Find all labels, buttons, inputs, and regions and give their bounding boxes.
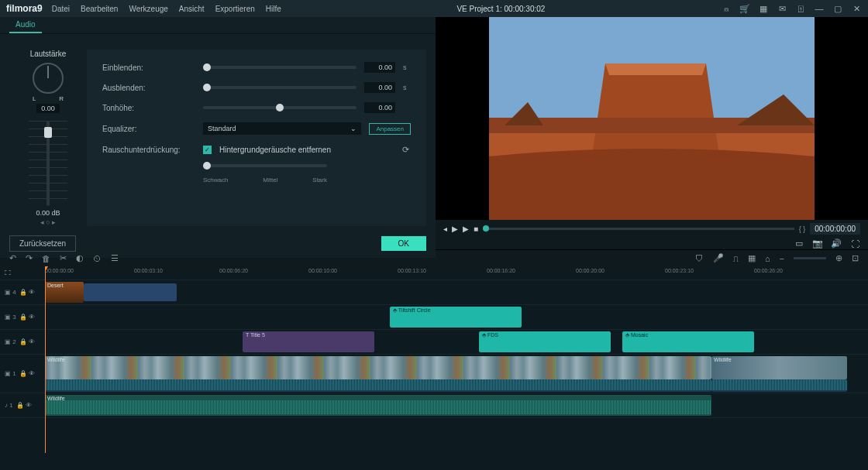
adjust-icon[interactable]: ☰ (111, 253, 119, 263)
track-header-a1[interactable]: ♪ 1 🔒 👁 (0, 393, 45, 418)
preview-panel: ◂ ▶ ▶ ■ { } 00:00:00:00 ▭ 📷 🔊 ⛶ (436, 17, 868, 249)
fadein-value[interactable]: 0.00 (364, 62, 395, 73)
close-icon[interactable]: ✕ (851, 3, 862, 14)
clip-tiltshift[interactable]: ⬘ Tiltshift Circle (390, 307, 522, 328)
preview-viewport (436, 17, 868, 220)
clip-wildlife-video[interactable]: Wildlife (45, 356, 711, 379)
zoom-fit-icon[interactable]: ⊡ (852, 253, 859, 263)
time-display: 00:00:00:00 (810, 223, 860, 235)
track-3[interactable]: ⬘ Tiltshift Circle (45, 305, 868, 330)
menu-help[interactable]: Hilfe (266, 5, 281, 13)
project-title: VE Project 1: 00:00:30:02 (456, 5, 545, 13)
snap-icon[interactable]: ⌂ (765, 254, 770, 263)
fadein-label: Einblenden: (102, 63, 195, 72)
delete-icon[interactable]: 🗑 (42, 254, 50, 263)
fit-button[interactable]: ⛶ (0, 266, 45, 280)
cart-icon[interactable]: 🛒 (739, 3, 750, 14)
reset-button[interactable]: Zurücksetzen (9, 235, 76, 252)
zoom-in-icon[interactable]: ⊕ (835, 253, 842, 263)
zoom-out-icon[interactable]: − (780, 254, 784, 263)
cut-icon[interactable]: ✂ (60, 253, 67, 263)
denoise-label: Rauschunterdrückung: (102, 146, 195, 154)
track-2[interactable]: T Title 5 ⬘ FDS ⬘ Mosaic (45, 330, 868, 355)
balance-value: 0.00 (36, 104, 60, 113)
menu-export[interactable]: Exportieren (215, 5, 255, 13)
prev-button[interactable]: ◂ (443, 225, 447, 233)
fadeout-value[interactable]: 0.00 (364, 82, 395, 93)
pitch-label: Tonhöhe: (102, 104, 195, 112)
menu-view[interactable]: Ansicht (179, 5, 205, 13)
pitch-value[interactable]: 0.00 (364, 102, 395, 113)
tab-audio[interactable]: Audio (9, 17, 42, 33)
clip-video2-audio[interactable] (711, 379, 847, 392)
user-icon[interactable]: ⍝ (721, 3, 732, 14)
track-header-4[interactable]: ▣ 4 🔒 👁 (0, 280, 45, 305)
scrubber[interactable] (483, 228, 794, 230)
audio-editor-panel: Audio Lautstärke LR 0.00 0.00 dB ◂ ○ ▸ E… (0, 17, 436, 249)
player-controls: ◂ ▶ ▶ ■ { } 00:00:00:00 (436, 220, 868, 238)
menu-tools[interactable]: Werkzeuge (129, 5, 167, 13)
time-ruler[interactable]: 00:00:00:00 00:00:03:10 00:00:06:20 00:0… (45, 266, 868, 280)
topbar: filmora9 Datei Bearbeiten Werkzeuge Ansi… (0, 0, 868, 17)
playhead[interactable] (45, 266, 46, 453)
volume-slider[interactable] (29, 121, 67, 206)
clip-desert[interactable]: Desert (45, 282, 84, 303)
snapshot-icon[interactable]: ▭ (794, 238, 804, 249)
refresh-icon[interactable]: ⟳ (400, 144, 411, 155)
project-icon[interactable]: ▦ (758, 3, 769, 14)
track-4[interactable]: Desert (45, 280, 868, 305)
stop-button[interactable]: ■ (474, 225, 478, 233)
clip-fds[interactable]: ⬘ FDS (479, 331, 611, 352)
fullscreen-icon[interactable]: ⛶ (849, 238, 860, 249)
track-header-1[interactable]: ▣ 1 🔒 👁 (0, 355, 45, 393)
denoise-slider[interactable] (203, 164, 327, 167)
zoom-slider[interactable] (794, 257, 826, 259)
fadeout-slider[interactable] (203, 86, 356, 89)
denoise-checkbox[interactable]: ✓ (203, 146, 212, 154)
clip-title5[interactable]: T Title 5 (243, 331, 374, 352)
minimize-icon[interactable]: — (814, 3, 825, 14)
pitch-slider[interactable] (203, 106, 356, 109)
volume-icon[interactable]: 🔊 (831, 238, 842, 249)
track-audio-1[interactable]: Wildlife (45, 393, 868, 418)
clip-color[interactable] (84, 283, 177, 301)
main-menu: Datei Bearbeiten Werkzeuge Ansicht Expor… (52, 5, 281, 13)
speed-icon[interactable]: ⏲ (93, 254, 102, 263)
message-icon[interactable]: ✉ (777, 3, 787, 14)
equalizer-adjust-button[interactable]: Anpassen (369, 123, 411, 135)
balance-dial[interactable] (33, 63, 64, 94)
ok-button[interactable]: OK (381, 236, 426, 251)
track-header-2[interactable]: ▣ 2 🔒 👁 (0, 330, 45, 355)
marker-icon[interactable]: ⛉ (695, 254, 704, 263)
volume-label: Lautstärke (30, 50, 67, 58)
equalizer-select[interactable]: Standard⌄ (203, 122, 361, 135)
crop-icon[interactable]: ◐ (76, 253, 84, 263)
clip-wildlife-video2[interactable]: Wildlife (711, 356, 847, 379)
mic-icon[interactable]: 🎤 (713, 253, 724, 263)
undo-icon[interactable]: ↶ (9, 253, 16, 263)
chevron-down-icon: ⌄ (350, 125, 356, 132)
track-header-3[interactable]: ▣ 3 🔒 👁 (0, 305, 45, 330)
track-1[interactable]: Wildlife Wildlife (45, 355, 868, 393)
frame-nav[interactable]: { } (799, 225, 806, 233)
camera-icon[interactable]: 📷 (812, 238, 823, 249)
menu-file[interactable]: Datei (52, 5, 70, 13)
maximize-icon[interactable]: ▢ (832, 3, 843, 14)
clip-video-audio[interactable] (45, 379, 711, 392)
app-logo: filmora9 (6, 3, 43, 14)
timeline: ⛶ ▣ 4 🔒 👁 ▣ 3 🔒 👁 ▣ 2 🔒 👁 ▣ 1 🔒 👁 ♪ 1 🔒 … (0, 266, 868, 453)
clip-wildlife-audio[interactable]: Wildlife (45, 395, 711, 416)
play-back-button[interactable]: ▶ (452, 225, 458, 233)
mixer-icon[interactable]: ⎍ (733, 254, 739, 263)
equalizer-label: Equalizer: (102, 125, 195, 133)
denoise-check-label: Hintergrundgeräusche entfernen (219, 146, 331, 154)
redo-icon[interactable]: ↷ (26, 253, 33, 263)
notify-icon[interactable]: ⍐ (795, 3, 806, 14)
render-icon[interactable]: ▦ (748, 253, 756, 263)
play-button[interactable]: ▶ (463, 225, 469, 233)
menu-edit[interactable]: Bearbeiten (81, 5, 118, 13)
fadeout-label: Ausblenden: (102, 84, 195, 92)
fadein-slider[interactable] (203, 66, 356, 69)
clip-mosaic[interactable]: ⬘ Mosaic (622, 331, 754, 352)
